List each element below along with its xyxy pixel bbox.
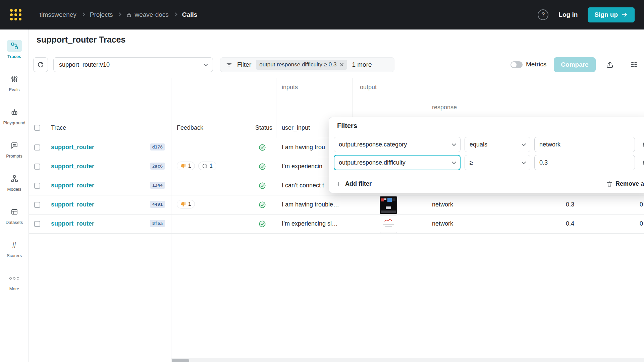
trace-link[interactable]: support_router: [51, 182, 94, 189]
add-filter-button[interactable]: Add filter: [336, 180, 372, 187]
column-divider: [276, 78, 276, 138]
export-icon[interactable]: [605, 60, 614, 69]
output-thumbnail[interactable]: [380, 196, 397, 214]
scrollbar-thumb[interactable]: [172, 359, 189, 362]
select-all-checkbox[interactable]: [34, 125, 40, 131]
metrics-toggle[interactable]: [511, 61, 523, 68]
sidebar-item-scorers[interactable]: # Scorers: [0, 232, 29, 265]
sidebar-label: Scorers: [7, 253, 22, 258]
top-navbar: timssweeney Projects weave-docs Calls ? …: [0, 0, 644, 29]
trace-link[interactable]: support_router: [51, 144, 94, 151]
sidebar-item-playground[interactable]: Playground: [0, 99, 29, 132]
difficulty-cell: 0.3: [566, 201, 574, 208]
row-checkbox[interactable]: [34, 221, 40, 227]
table-row[interactable]: support_router 8f5a I’m experiencing sl……: [29, 215, 644, 234]
column-header-trace[interactable]: Trace: [51, 124, 66, 131]
filter-value-input[interactable]: [534, 137, 635, 152]
clipped-cell: 0: [640, 220, 643, 227]
sidebar-label: More: [9, 286, 19, 291]
trace-link[interactable]: support_router: [51, 220, 94, 227]
filter-chip-text: output.response.difficulty ≥ 0.3: [259, 61, 336, 68]
horizontal-scrollbar[interactable]: [171, 358, 644, 362]
filter-row: output.response.difficulty ≥: [334, 155, 644, 170]
more-filters-label[interactable]: 1 more: [352, 61, 372, 68]
traces-icon: [7, 40, 22, 52]
close-icon[interactable]: [340, 63, 344, 67]
row-checkbox[interactable]: [34, 183, 40, 189]
table-icon: [7, 206, 22, 218]
thumbs-down-badge[interactable]: 1: [177, 162, 195, 170]
comment-badge[interactable]: 1: [198, 162, 216, 170]
model-tree-icon: [7, 173, 22, 185]
thumbs-down-icon: [180, 201, 186, 207]
group-header-output: output: [360, 84, 377, 91]
help-button[interactable]: ?: [538, 9, 548, 20]
trace-link[interactable]: support_router: [51, 201, 94, 208]
filter-operator-select[interactable]: equals: [465, 137, 530, 152]
robot-icon: [7, 106, 22, 118]
column-header-status[interactable]: Status: [244, 124, 272, 131]
thumbs-down-count: 1: [188, 201, 191, 207]
trace-id-badge: 1344: [150, 182, 165, 189]
row-checkbox[interactable]: [34, 144, 40, 150]
chat-bubble-icon: [7, 139, 22, 152]
filter-value-input[interactable]: [534, 155, 635, 170]
sidebar-label: Models: [7, 187, 21, 192]
clipped-cell: 0: [640, 201, 643, 208]
navbar-actions: ? Log in Sign up: [538, 7, 635, 22]
chevron-down-icon: [452, 142, 456, 146]
filter-bar[interactable]: Filter output.response.difficulty ≥ 0.3 …: [220, 57, 394, 72]
status-success-icon: [259, 201, 266, 208]
table-row[interactable]: support_router 4491 1 I am having troubl…: [29, 195, 644, 215]
feedback-cell: 1: [177, 200, 195, 208]
page-title: support_router Traces: [37, 35, 125, 45]
column-header-feedback[interactable]: Feedback: [177, 124, 203, 131]
breadcrumb-project[interactable]: weave-docs: [126, 11, 168, 18]
hash-icon: #: [7, 239, 22, 251]
signup-button[interactable]: Sign up: [588, 7, 635, 22]
filter-operator-select[interactable]: ≥: [465, 155, 530, 170]
filters-popup-title: Filters: [337, 122, 357, 130]
sidebar-item-prompts[interactable]: Prompts: [0, 132, 29, 166]
filter-field-select[interactable]: output.response.category: [334, 137, 461, 152]
column-settings-icon[interactable]: [629, 60, 639, 69]
sidebar-item-datasets[interactable]: Datasets: [0, 199, 29, 232]
sidebar-item-traces[interactable]: Traces: [0, 33, 29, 66]
output-thumbnail[interactable]: [380, 216, 397, 233]
filter-field-select-focused[interactable]: output.response.difficulty: [334, 155, 461, 170]
delete-filter-icon[interactable]: [639, 137, 644, 152]
row-checkbox[interactable]: [34, 164, 40, 170]
difficulty-cell: 0.4: [566, 220, 574, 227]
sidebar-label: Traces: [7, 54, 21, 59]
trace-id-wrap: 8f5a: [136, 220, 165, 227]
filter-operator-value: equals: [470, 141, 487, 148]
column-header-user-input[interactable]: user_input: [282, 124, 310, 131]
active-filter-chip[interactable]: output.response.difficulty ≥ 0.3: [256, 60, 347, 70]
trace-id-badge: 2ac6: [150, 163, 165, 170]
delete-filter-icon[interactable]: [639, 155, 644, 170]
trace-link[interactable]: support_router: [51, 163, 94, 170]
feedback-cell: 1 1: [177, 162, 216, 170]
user-input-cell: I’m experiencing sl…: [282, 220, 377, 227]
breadcrumb-entity[interactable]: timssweeney: [40, 11, 76, 18]
thumbs-down-badge[interactable]: 1: [177, 200, 195, 208]
breadcrumb-projects[interactable]: Projects: [90, 11, 113, 18]
row-divider: [29, 233, 644, 234]
status-success-icon: [259, 163, 266, 170]
row-checkbox[interactable]: [34, 202, 40, 208]
wandb-logo-icon[interactable]: [10, 9, 21, 20]
sidebar-item-evals[interactable]: Evals: [0, 66, 29, 99]
comment-count: 1: [210, 163, 213, 169]
refresh-button[interactable]: [33, 57, 48, 72]
chevron-right-icon: [81, 12, 85, 16]
trace-id-wrap: 1344: [136, 182, 165, 189]
remove-all-button[interactable]: Remove all: [606, 180, 644, 187]
version-select[interactable]: support_router:v10: [53, 57, 213, 72]
compare-button[interactable]: Compare: [554, 57, 596, 72]
thumbs-down-icon: [180, 163, 186, 169]
sidebar-item-more[interactable]: More: [0, 265, 29, 298]
breadcrumb-calls[interactable]: Calls: [182, 11, 197, 18]
login-button[interactable]: Log in: [558, 11, 578, 18]
sidebar-item-models[interactable]: Models: [0, 166, 29, 199]
plus-icon: [336, 181, 342, 187]
